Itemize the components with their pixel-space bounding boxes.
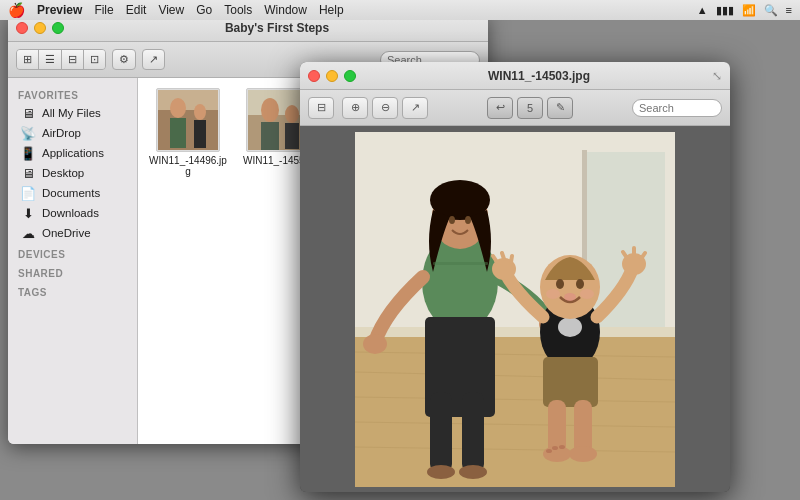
menu-file[interactable]: File (94, 3, 113, 17)
svg-line-55 (511, 256, 512, 262)
zoom-out-btn[interactable]: ⊖ (372, 97, 398, 119)
preview-toolbar: ⊟ ⊕ ⊖ ↗ ↩ 5 ✎ (300, 90, 730, 126)
svg-point-26 (427, 465, 455, 479)
svg-point-50 (580, 289, 594, 299)
svg-point-10 (285, 105, 299, 123)
svg-rect-3 (170, 118, 186, 148)
svg-point-46 (556, 279, 564, 289)
svg-point-4 (194, 104, 206, 120)
battery-icon: ▮▮▮ (716, 4, 734, 17)
menu-view[interactable]: View (158, 3, 184, 17)
thumbnail-image-2 (248, 90, 308, 150)
view-btn-group: ⊞ ☰ ⊟ ⊡ (16, 49, 106, 70)
menu-icon[interactable]: ≡ (786, 4, 792, 16)
menu-app-name[interactable]: Preview (37, 3, 82, 17)
preview-view-btn[interactable]: ⊟ (308, 97, 334, 119)
sidebar-item-onedrive[interactable]: ☁ OneDrive (10, 223, 135, 243)
tags-label: TAGS (8, 281, 137, 300)
sidebar-item-downloads[interactable]: ⬇ Downloads (10, 203, 135, 223)
svg-rect-34 (433, 262, 488, 265)
svg-rect-11 (285, 123, 299, 149)
menu-window[interactable]: Window (264, 3, 307, 17)
sidebar-item-airdrop[interactable]: 📡 AirDrop (10, 123, 135, 143)
menu-go[interactable]: Go (196, 3, 212, 17)
share-btn[interactable]: ↗ (142, 49, 165, 70)
zoom-in-btn[interactable]: ⊕ (342, 97, 368, 119)
file-thumb-1 (156, 88, 220, 152)
svg-point-32 (363, 334, 387, 354)
sidebar: FAVORITES 🖥 All My Files 📡 AirDrop 📱 App… (8, 78, 138, 444)
view-btn-group: ⊟ (308, 97, 334, 119)
close-button[interactable] (16, 22, 28, 34)
view-icon-btn[interactable]: ⊞ (17, 50, 38, 69)
svg-point-42 (546, 449, 552, 453)
svg-rect-37 (543, 357, 598, 407)
sidebar-item-label: Downloads (42, 207, 99, 219)
preview-close-button[interactable] (308, 70, 320, 82)
menu-edit[interactable]: Edit (126, 3, 147, 17)
page-num-btn: 5 (517, 97, 543, 119)
menubar: 🍎 Preview File Edit View Go Tools Window… (0, 0, 800, 20)
svg-point-49 (546, 289, 560, 299)
preview-title: WIN11_-14503.jpg (366, 69, 712, 83)
photo-svg (355, 132, 675, 487)
preview-titlebar: WIN11_-14503.jpg ⤡ (300, 62, 730, 90)
sidebar-item-applications[interactable]: 📱 Applications (10, 143, 135, 163)
svg-point-31 (465, 216, 471, 224)
preview-traffic-lights (308, 70, 356, 82)
maximize-button[interactable] (52, 22, 64, 34)
desktop-icon: 🖥 (20, 165, 36, 181)
sidebar-item-label: Desktop (42, 167, 84, 179)
preview-maximize-button[interactable] (344, 70, 356, 82)
svg-rect-25 (462, 392, 484, 472)
view-cover-btn[interactable]: ⊡ (83, 50, 105, 69)
file-item-1[interactable]: WIN11_-14496.jpg (148, 88, 228, 177)
preview-minimize-button[interactable] (326, 70, 338, 82)
sidebar-item-label: Documents (42, 187, 100, 199)
svg-point-44 (559, 445, 565, 449)
menu-help[interactable]: Help (319, 3, 344, 17)
svg-point-2 (170, 98, 186, 118)
svg-rect-5 (194, 120, 206, 148)
svg-rect-14 (355, 327, 675, 337)
share-preview-btn[interactable]: ↗ (402, 97, 428, 119)
preview-expand-icon[interactable]: ⤡ (712, 69, 722, 83)
photo-scene (355, 132, 675, 487)
action-btn[interactable]: ⚙ (112, 49, 136, 70)
shared-label: SHARED (8, 262, 137, 281)
all-my-files-icon: 🖥 (20, 105, 36, 121)
sidebar-item-label: AirDrop (42, 127, 81, 139)
edit-btn[interactable]: ✎ (547, 97, 573, 119)
documents-icon: 📄 (20, 185, 36, 201)
traffic-lights (16, 22, 64, 34)
thumbnail-image-1 (158, 90, 218, 150)
svg-point-30 (449, 216, 455, 224)
preview-window: WIN11_-14503.jpg ⤡ ⊟ ⊕ ⊖ ↗ ↩ 5 ✎ (300, 62, 730, 492)
favorites-label: FAVORITES (8, 84, 137, 103)
view-list-btn[interactable]: ☰ (38, 50, 61, 69)
downloads-icon: ⬇ (20, 205, 36, 221)
svg-rect-24 (430, 392, 452, 472)
search-icon[interactable]: 🔍 (764, 4, 778, 17)
svg-point-43 (552, 446, 558, 450)
svg-rect-1 (158, 110, 218, 150)
minimize-button[interactable] (34, 22, 46, 34)
menubar-right: ▲ ▮▮▮ 📶 🔍 ≡ (697, 4, 792, 17)
sidebar-item-desktop[interactable]: 🖥 Desktop (10, 163, 135, 183)
svg-rect-9 (261, 122, 279, 150)
preview-search-input[interactable] (632, 99, 722, 117)
preview-content (300, 126, 730, 492)
apple-menu[interactable]: 🍎 (8, 2, 25, 18)
wifi-icon: ▲ (697, 4, 708, 16)
svg-point-36 (558, 317, 582, 337)
file-name-1: WIN11_-14496.jpg (148, 155, 228, 177)
rotate-btn[interactable]: ↩ (487, 97, 513, 119)
sidebar-item-label: All My Files (42, 107, 101, 119)
wifi-signal-icon: 📶 (742, 4, 756, 17)
menu-tools[interactable]: Tools (224, 3, 252, 17)
sidebar-item-documents[interactable]: 📄 Documents (10, 183, 135, 203)
sidebar-item-all-my-files[interactable]: 🖥 All My Files (10, 103, 135, 123)
view-columns-btn[interactable]: ⊟ (61, 50, 83, 69)
svg-rect-13 (355, 332, 675, 487)
sidebar-item-label: OneDrive (42, 227, 91, 239)
